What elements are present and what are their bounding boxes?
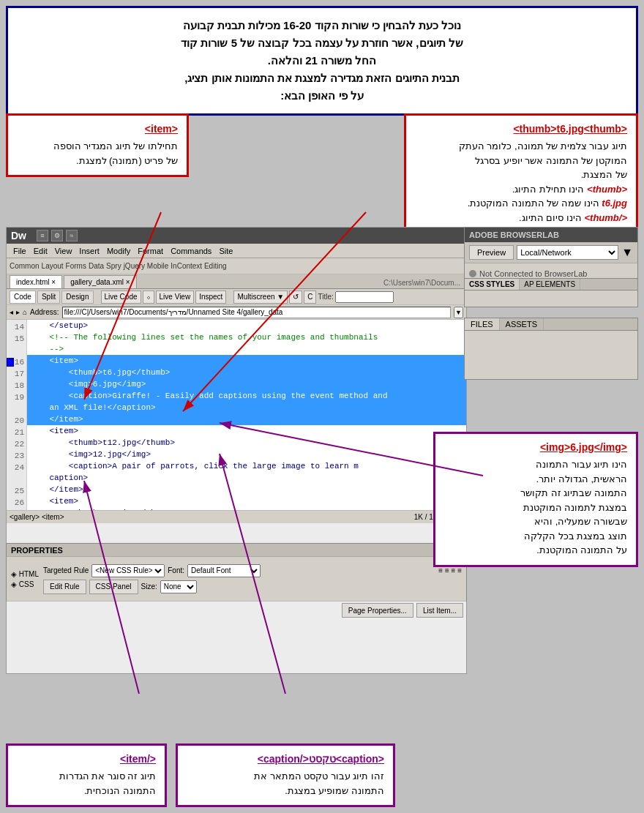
tab-css-styles[interactable]: CSS STYLES <box>465 279 520 290</box>
line-num-22: 22 <box>7 438 26 450</box>
css-label[interactable]: ◈ CSS <box>11 580 39 588</box>
preview-btn[interactable]: Preview <box>469 245 514 260</box>
nav-home[interactable]: ⌂ <box>23 308 27 316</box>
dw-window-icons: ≡ ⚙ ≈ <box>37 230 78 241</box>
btn-refresh[interactable]: ↺ <box>289 291 302 304</box>
list-item-btn[interactable]: List Item... <box>416 603 463 618</box>
code-line-16: <item> <box>27 355 466 367</box>
dw-code-editor: 14 15 16 17 18 19 20 21 22 23 24 25 26 2… <box>7 320 466 510</box>
targeted-rule-label: Targeted Rule <box>43 566 89 574</box>
line-num-19: 19 <box>7 391 26 403</box>
top-instruction-text: נוכל כעת להבחין כי שורות הקוד 16-20 מכיל… <box>20 17 624 105</box>
dw-code-content[interactable]: </setup> <!-- The following lines set th… <box>27 320 466 510</box>
size-label: Size: <box>141 582 157 591</box>
page-properties-btn[interactable]: Page Properties... <box>342 603 413 618</box>
props-bottom-row: Page Properties... List Item... <box>7 601 466 619</box>
dw-icon-3[interactable]: ≈ <box>66 230 78 241</box>
browserlab-title: ADOBE BROWSERLAB <box>465 228 637 242</box>
btn-live-view[interactable]: Live View <box>156 291 195 304</box>
html-css-toggle: ◈ HTML ◈ CSS <box>11 570 39 588</box>
annotation-thumb-title: <thumb>t6.jpg<thumb> <box>415 123 627 135</box>
annotation-img-title: <img>6.jpg</img> <box>444 441 627 453</box>
html-label[interactable]: ◈ HTML <box>11 570 39 578</box>
annotation-item-title: <item> <box>17 123 178 135</box>
line-num-27: 27 <box>7 509 26 510</box>
menu-edit[interactable]: Edit <box>30 247 51 255</box>
annotation-caption-title: <caption>טקסט</caption> <box>187 753 384 765</box>
targeted-rule-row: Targeted Rule <New CSS Rule> Font: Defau… <box>43 564 462 577</box>
tab-ap-elements[interactable]: AP ELEMENTS <box>520 279 580 290</box>
font-select[interactable]: Default Font <box>187 564 261 577</box>
status-dot <box>469 270 476 277</box>
css-rule-select[interactable]: <New CSS Rule> <box>91 564 165 577</box>
menu-insert[interactable]: Insert <box>75 247 103 255</box>
menu-file[interactable]: File <box>10 247 30 255</box>
edit-rule-row: Edit Rule CSS Panel Size: None <box>43 580 462 594</box>
line-num-14: 14 <box>7 321 26 333</box>
menu-format[interactable]: Format <box>134 247 167 255</box>
title-label: Title: <box>318 293 333 301</box>
dw-menubar: File Edit View Insert Modify Format Comm… <box>7 244 466 258</box>
code-line-21: <item> <box>27 425 466 437</box>
annotation-item-tag: <item> תחילתו של תיוג המגדיר הוספהשל פרי… <box>6 113 189 177</box>
btn-code-view[interactable]: Code <box>10 291 36 304</box>
align-icons: ≡ ≡ ≡ ≡ <box>438 566 462 574</box>
annotation-thumb-tag: <thumb>t6.jpg<thumb> תיוג עבור צלמית של … <box>404 113 638 234</box>
btn-inspect[interactable]: ⬦ <box>143 291 154 304</box>
properties-content: ◈ HTML ◈ CSS Targeted Rule <New CSS Rule… <box>7 557 466 601</box>
tab-files[interactable]: FILES <box>465 318 500 330</box>
css-tab-row: CSS STYLES AP ELEMENTS <box>465 279 637 291</box>
dw-titlebar: Dw ≡ ⚙ ≈ <box>7 228 466 244</box>
line-num-21: 21 <box>7 427 26 438</box>
edit-rule-btn[interactable]: Edit Rule <box>43 580 86 594</box>
line-num-24: 24 <box>7 462 26 473</box>
address-go-btn[interactable]: ▼ <box>454 307 463 318</box>
annotation-caption-tag: <caption>טקסט</caption> זהו תיוג עבור טק… <box>176 743 395 807</box>
btn-live-code[interactable]: Live Code <box>101 291 141 304</box>
code-line-20: </item> <box>27 413 466 425</box>
menu-commands[interactable]: Commands <box>167 247 215 255</box>
css-panel-btn[interactable]: CSS Panel <box>89 580 138 594</box>
dw-status-bar: <gallery> <item> 1K / 1 sec Unic <box>7 510 466 523</box>
annotation-caption-text: זהו תיוג עבור טקסט המתאר את התמונה שמופי… <box>187 769 384 798</box>
btn-inspect2[interactable]: Inspect <box>195 291 226 304</box>
network-select[interactable]: Local/Network <box>517 245 618 260</box>
dropdown-arrow[interactable]: ▼ <box>621 246 633 259</box>
btn-multiscreen[interactable]: Multiscreen ▼ <box>233 291 288 304</box>
size-select[interactable]: None <box>160 580 197 593</box>
css-styles-panel: CSS STYLES AP ELEMENTS <box>464 278 638 307</box>
dw-icon-1[interactable]: ≡ <box>37 230 48 241</box>
btn-design-view[interactable]: Design <box>61 291 93 304</box>
annotation-img-tag: <img>6.jpg</img> הינו תיוג עבור התמונה ה… <box>433 432 638 567</box>
tab-assets[interactable]: ASSETS <box>500 318 544 330</box>
annotation-close-item-text: תיוג זה סוגר את הגדרות התמונה הנוכחית. <box>17 769 156 798</box>
status-text: Not Connected to BrowserLab <box>479 269 587 278</box>
files-panel: FILES ASSETS <box>464 318 638 380</box>
code-line-26: <item> <box>27 495 466 507</box>
nav-back[interactable]: ◂ <box>10 308 13 316</box>
menu-view[interactable]: View <box>51 247 76 255</box>
annotation-close-item-tag: </item> תיוג זה סוגר את הגדרות התמונה הנ… <box>6 743 167 807</box>
title-input[interactable] <box>335 291 394 303</box>
files-tab-row: FILES ASSETS <box>465 318 637 331</box>
properties-title: PROPERTIES <box>7 544 466 557</box>
btn-split-view[interactable]: Split <box>37 291 60 304</box>
tab-gallery-data[interactable]: gallery_data.xml × <box>64 275 136 288</box>
menu-modify[interactable]: Modify <box>103 247 134 255</box>
line-num-23: 23 <box>7 450 26 462</box>
address-input[interactable] <box>62 307 452 318</box>
line-num-blank1 <box>7 345 26 356</box>
code-line-17: <thumb>t6.jpg</thumb> <box>27 367 466 378</box>
code-line-19: <caption>Giraffe! - Easily add captions … <box>27 390 466 402</box>
nav-forward[interactable]: ▸ <box>16 308 20 316</box>
menu-site[interactable]: Site <box>215 247 236 255</box>
annotation-item-text: תחילתו של תיוג המגדיר הוספהשל פריט (תמונ… <box>17 139 178 168</box>
code-line-15: <!-- The following lines set the names o… <box>27 331 466 343</box>
btn-refresh2[interactable]: C <box>304 291 316 304</box>
line-num-25: 25 <box>7 485 26 497</box>
tab-index-html[interactable]: index.html × <box>10 275 62 288</box>
dw-logo: Dw <box>11 230 26 241</box>
code-line-22: <thumb>t12.jpg</thumb> <box>27 437 466 449</box>
font-label: Font: <box>168 566 184 574</box>
dw-icon-2[interactable]: ⚙ <box>51 230 63 241</box>
